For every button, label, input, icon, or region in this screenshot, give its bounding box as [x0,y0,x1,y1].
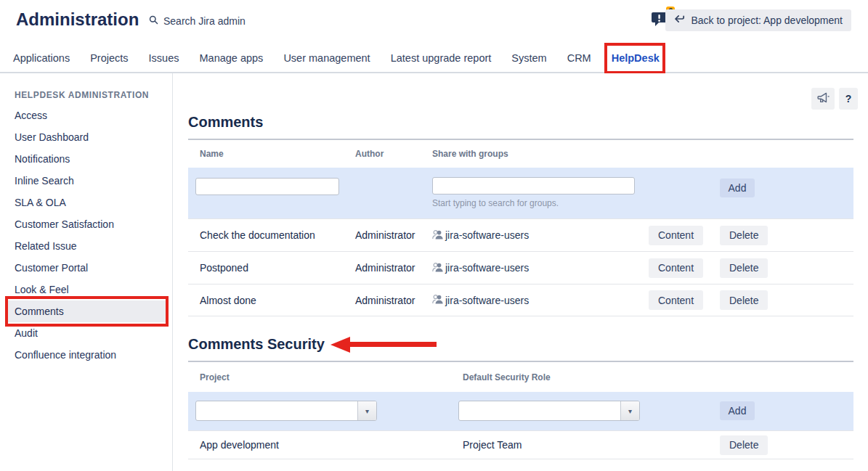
security-role-select[interactable]: ▾ [458,401,640,421]
sidebar-item-comments[interactable]: Comments [8,300,166,322]
arrow-bar [350,342,437,347]
tab-helpdesk[interactable]: HelpDesk [612,52,660,64]
sidebar-item-customer-satisfaction[interactable]: Customer Satisfaction [0,213,172,235]
announcements-button[interactable] [811,88,835,110]
group-search-helper-text: Start typing to search for groups. [432,198,649,208]
search-label: Search Jira admin [163,15,246,27]
sidebar-item-confluence-integration[interactable]: Confluence integration [0,344,172,366]
security-add-button[interactable]: Add [720,401,755,420]
column-header-author: Author [349,149,426,159]
comment-name: Check the documentation [188,229,349,241]
comment-name: Postponed [188,262,349,274]
sidebar-item-sla-ola[interactable]: SLA & OLA [0,192,172,213]
comment-group: jira-software-users [445,262,529,274]
tab-user-management[interactable]: User management [283,52,370,64]
project-select[interactable]: ▾ [195,401,377,421]
tab-crm[interactable]: CRM [567,52,591,64]
column-header-share: Share with groups [426,149,649,159]
sidebar-item-user-dashboard[interactable]: User Dashboard [0,126,172,148]
administration-page: Administration Search Jira admin 2 Back … [0,0,868,471]
tab-issues[interactable]: Issues [149,52,179,64]
comment-group: jira-software-users [445,229,529,241]
comments-add-row: Start typing to search for groups. Add [188,168,853,218]
tab-helpdesk-label: HelpDesk [612,52,660,64]
comment-author: Administrator [349,262,426,274]
delete-button[interactable]: Delete [720,435,768,455]
sidebar-item-customer-portal[interactable]: Customer Portal [0,257,172,279]
back-to-project-button[interactable]: Back to project: App development [665,9,851,31]
sidebar-item-notifications[interactable]: Notifications [0,148,172,170]
back-button-label: Back to project: App development [691,15,843,26]
help-button[interactable]: ? [839,88,858,110]
tab-system[interactable]: System [511,52,546,64]
chevron-down-icon[interactable]: ▾ [620,401,639,420]
tab-projects[interactable]: Projects [90,52,128,64]
content-button[interactable]: Content [649,258,703,278]
comment-group: jira-software-users [445,295,529,306]
group-icon [432,294,444,306]
column-header-name: Name [188,149,349,159]
red-annotation-arrow [330,337,437,353]
comments-add-button[interactable]: Add [720,179,755,197]
admin-search[interactable]: Search Jira admin [149,15,246,27]
security-role-select-value [459,401,620,420]
megaphone-icon [816,91,830,106]
search-icon [149,15,158,27]
column-header-role: Default Security Role [451,372,717,382]
sidebar-item-audit[interactable]: Audit [0,322,172,344]
content-area: Comments Name Author Share with groups S… [174,114,868,459]
security-table-header: Project Default Security Role [188,362,853,392]
sidebar-item-related-issue[interactable]: Related Issue [0,235,172,257]
tab-manage-apps[interactable]: Manage apps [200,52,264,64]
delete-button[interactable]: Delete [720,290,768,310]
comment-row: Check the documentation Administrator ji… [188,218,853,251]
delete-button[interactable]: Delete [720,226,768,245]
arrow-head [330,337,350,353]
comments-table-header: Name Author Share with groups [188,140,853,168]
group-icon [432,262,444,274]
delete-button[interactable]: Delete [720,258,768,278]
security-role: Project Team [451,439,717,451]
sidebar-item-look-feel[interactable]: Look & Feel [0,279,172,300]
sidebar-item-inline-search[interactable]: Inline Search [0,170,172,192]
comments-security-section-title: Comments Security [188,336,325,353]
comment-name: Almost done [188,295,349,306]
tab-latest-upgrade-report[interactable]: Latest upgrade report [391,52,492,64]
page-title: Administration [16,9,139,30]
comment-name-input[interactable] [195,178,339,195]
comments-section-title: Comments [188,114,853,131]
comments-security-heading-wrap: Comments Security [188,336,853,353]
comment-author: Administrator [349,229,426,241]
security-row: App development Project Team Delete [188,430,853,459]
comment-author: Administrator [349,295,426,306]
admin-tabbar: Applications Projects Issues Manage apps… [0,44,868,73]
column-header-project: Project [188,372,451,382]
sidebar-section-title: HELPDESK ADMINISTRATION [15,90,172,100]
helpdesk-admin-sidebar: HELPDESK ADMINISTRATION Access User Dash… [0,73,173,471]
security-add-row: ▾ ▾ Add [188,392,853,430]
question-mark-icon: ? [845,93,852,105]
page-toolbar: ? [811,88,858,110]
chevron-down-icon[interactable]: ▾ [357,401,376,420]
project-select-value [196,401,357,420]
group-icon [432,229,444,242]
content-button[interactable]: Content [649,226,703,245]
sidebar-item-access[interactable]: Access [0,105,172,126]
return-arrow-icon [674,15,685,26]
main-content: ? Comments Name Author Share with groups… [174,73,868,471]
comment-row: Almost done Administrator jira-software-… [188,284,853,316]
security-project: App development [188,439,451,451]
tab-applications[interactable]: Applications [13,52,70,64]
header: Administration Search Jira admin 2 Back … [0,0,868,44]
share-groups-input[interactable] [432,177,635,194]
content-button[interactable]: Content [649,290,703,310]
comment-row: Postponed Administrator jira-software-us… [188,251,853,284]
sidebar-item-comments-label: Comments [15,306,64,317]
